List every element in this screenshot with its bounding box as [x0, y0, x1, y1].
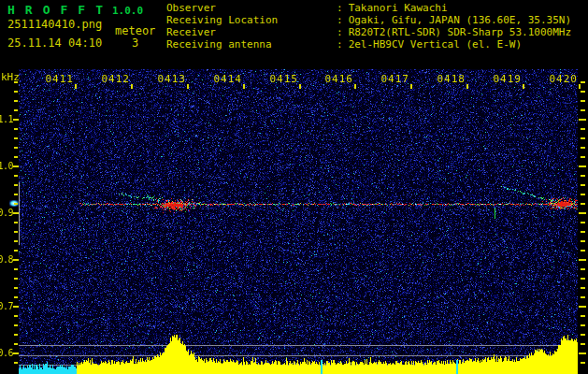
freq-minor-tick-right	[581, 184, 585, 186]
freq-tick-label: 1.0	[0, 161, 13, 171]
app-version: 1.0.0	[112, 5, 143, 17]
info-label: Receiving antenna	[166, 38, 337, 50]
freq-minor-tick-right	[581, 194, 585, 195]
freq-minor-tick-left	[14, 362, 18, 364]
freq-minor-tick-right	[581, 334, 585, 336]
freq-tick-label: 0.7	[0, 301, 13, 311]
freq-major-tick-left	[13, 119, 19, 121]
freq-minor-tick-right	[581, 100, 585, 102]
info-separator: :	[337, 2, 343, 14]
freq-major-tick-right	[579, 119, 586, 121]
freq-minor-tick-right	[581, 222, 585, 223]
freq-major-tick-right	[579, 259, 586, 261]
freq-major-tick-right	[579, 306, 586, 308]
freq-minor-tick-right	[581, 343, 585, 345]
time-tick-label: 0419	[490, 73, 522, 85]
freq-minor-tick-left	[14, 231, 18, 233]
freq-minor-tick-right	[581, 109, 585, 111]
freq-major-tick-right	[579, 165, 586, 167]
freq-tick-label: 0.6	[0, 348, 13, 358]
time-tick	[410, 84, 412, 89]
hrofft-spectrogram-screen: HROFFT 1.0.0 2511140410.png meteor 25.11…	[0, 0, 588, 374]
time-tick-label: 0415	[266, 73, 298, 85]
freq-minor-tick-left	[14, 100, 18, 102]
echo-count: 3	[132, 36, 138, 50]
info-separator: :	[337, 38, 343, 50]
freq-major-tick-right	[579, 352, 586, 354]
app-title: HROFFT	[7, 3, 113, 17]
time-tick	[75, 84, 77, 89]
info-value: Takanori Kawachi	[349, 2, 448, 14]
freq-minor-tick-right	[581, 296, 585, 298]
freq-major-tick-left	[13, 306, 19, 308]
freq-minor-tick-left	[14, 147, 18, 149]
freq-minor-tick-left	[14, 203, 18, 205]
time-tick	[466, 84, 468, 89]
freq-major-tick-left	[13, 259, 19, 261]
freq-minor-tick-right	[581, 240, 585, 242]
freq-minor-tick-left	[14, 250, 18, 252]
freq-minor-tick-right	[581, 250, 585, 252]
time-tick-label: 0417	[378, 73, 409, 85]
time-tick	[523, 84, 524, 89]
observation-mode-label: meteor	[115, 24, 155, 37]
freq-minor-tick-left	[14, 128, 18, 130]
info-separator: :	[337, 14, 343, 26]
freq-tick-label: 1.1	[0, 114, 13, 124]
freq-minor-tick-right	[581, 287, 585, 289]
info-separator: :	[337, 26, 343, 38]
time-tick	[187, 84, 189, 89]
time-tick-label: 0420	[546, 73, 578, 85]
freq-major-tick-left	[13, 352, 19, 354]
freq-minor-tick-left	[14, 91, 18, 93]
spectrogram-canvas	[19, 69, 578, 374]
freq-minor-tick-right	[581, 91, 585, 93]
info-row: Receiving Location:Ogaki, Gifu, JAPAN (1…	[166, 14, 571, 26]
freq-minor-tick-left	[14, 324, 18, 326]
observation-timestamp: 25.11.14 04:10	[7, 36, 102, 50]
info-value: 2el-HB9CV Vertical (el. E-W)	[349, 38, 522, 50]
info-value: Ogaki, Gifu, JAPAN (136.60E, 35.35N)	[349, 14, 571, 26]
freq-minor-tick-right	[581, 203, 585, 205]
time-tick-label: 0418	[434, 73, 466, 85]
time-tick-label: 0412	[98, 73, 130, 85]
freq-major-tick-right	[579, 212, 586, 214]
freq-minor-tick-left	[14, 194, 18, 195]
time-tick	[131, 84, 133, 89]
info-value: R820T2(RTL-SDR) SDR-Sharp 53.1000MHz	[349, 26, 571, 38]
time-tick-label: 0413	[154, 73, 186, 85]
info-row: Observer:Takanori Kawachi	[166, 2, 571, 14]
time-tick	[299, 84, 301, 89]
time-tick-label: 0411	[42, 73, 74, 85]
freq-minor-tick-left	[14, 268, 18, 270]
freq-minor-tick-left	[14, 334, 18, 336]
info-label: Receiving Location	[166, 14, 337, 26]
freq-minor-tick-right	[581, 315, 585, 317]
freq-minor-tick-left	[14, 287, 18, 289]
freq-minor-tick-left	[14, 296, 18, 298]
freq-minor-tick-right	[581, 81, 585, 83]
freq-tick-label: 0.8	[0, 254, 13, 265]
freq-major-tick-left	[13, 165, 19, 167]
freq-minor-tick-left	[14, 156, 18, 158]
freq-minor-tick-right	[581, 137, 585, 139]
freq-minor-tick-left	[14, 81, 18, 83]
freq-minor-tick-left	[14, 184, 18, 186]
time-tick-label: 0416	[322, 73, 353, 85]
freq-tick-label: 0.9	[0, 208, 13, 218]
freq-minor-tick-right	[581, 278, 585, 280]
info-row: Receiving antenna:2el-HB9CV Vertical (el…	[166, 38, 571, 50]
freq-minor-tick-right	[581, 175, 585, 177]
freq-minor-tick-left	[14, 137, 18, 139]
output-filename: 2511140410.png	[7, 18, 102, 31]
time-tick-label: 0414	[210, 73, 242, 85]
freq-minor-tick-right	[581, 268, 585, 270]
freq-minor-tick-right	[581, 147, 585, 149]
freq-minor-tick-right	[581, 362, 585, 364]
info-label: Receiver	[166, 26, 337, 38]
freq-minor-tick-left	[14, 222, 18, 223]
info-row: Receiver:R820T2(RTL-SDR) SDR-Sharp 53.10…	[166, 26, 571, 38]
freq-minor-tick-right	[581, 324, 585, 326]
time-tick	[243, 84, 245, 89]
info-label: Observer	[166, 2, 337, 14]
